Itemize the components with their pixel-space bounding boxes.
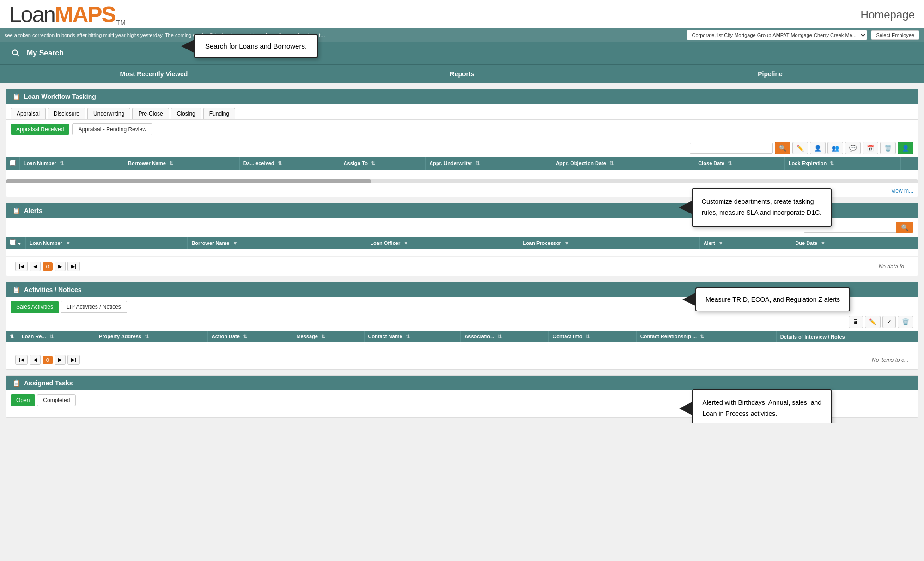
act-edit-button[interactable]: ✏️	[865, 316, 881, 328]
act-col-contact-info: Contact Info ⇅	[549, 331, 637, 342]
workflow-chat-button[interactable]: 💬	[845, 142, 861, 154]
last-page-btn[interactable]: ▶|	[67, 262, 80, 271]
workflow-table-container: Loan Number ⇅ Borrower Name ⇅ Da... ecei…	[6, 157, 918, 185]
alerts-footer: |◀ ◀ 0 ▶ ▶| No data fo...	[6, 257, 918, 276]
current-page[interactable]: 0	[43, 262, 53, 271]
act-check-button[interactable]: ✓	[882, 316, 896, 328]
logo-tm: TM	[116, 19, 125, 26]
svg-point-0	[12, 50, 17, 55]
activities-toolbar: 🖩 ✏️ ✓ 🗑️	[6, 313, 918, 331]
alerts-tooltip-text: Measure TRID, ECOA, and Regulation Z ale…	[705, 296, 840, 303]
top-bar: see a token correction in bonds after hi…	[0, 28, 924, 42]
act-col-contact: Contact Name ⇅	[364, 331, 461, 342]
col-borrower-name: Borrower Name ⇅	[124, 157, 239, 170]
filter-appraisal-received[interactable]: Appraisal Received	[11, 124, 69, 135]
act-col-relationship: Contact Relationship ... ⇅	[636, 331, 776, 342]
act-col-check: ⇅	[6, 331, 18, 342]
alert-select-all[interactable]	[10, 239, 16, 245]
assigned-tab-open[interactable]: Open	[11, 394, 35, 406]
activities-tooltip: Alerted with Birthdays, Annual, sales, a…	[692, 389, 832, 423]
col-date-received: Da... eceived ⇅	[239, 157, 340, 170]
wf-tab-closing[interactable]: Closing	[171, 108, 201, 119]
wf-tab-funding[interactable]: Funding	[203, 108, 235, 119]
workflow-tooltip-line1: Customize departments, create tasking	[702, 196, 821, 207]
activities-title: Activities / Notices	[24, 286, 82, 293]
act-tab-sales[interactable]: Sales Activities	[11, 301, 59, 313]
homepage-label: Homepage	[861, 8, 915, 21]
app-header: Loan MAPS TM Homepage	[0, 0, 924, 28]
company-dropdown[interactable]: Corporate,1st City Mortgage Group,AMPAT …	[687, 30, 867, 40]
alerts-no-data: No data fo...	[874, 260, 913, 274]
act-last-page[interactable]: ▶|	[67, 355, 80, 365]
act-calculator-button[interactable]: 🖩	[849, 316, 863, 328]
col-lock-expiration: Lock Expiration ⇅	[784, 157, 900, 170]
svg-line-1	[17, 54, 19, 56]
workflow-title: Loan Workflow Tasking	[24, 93, 96, 100]
workflow-users-button[interactable]: 👥	[827, 142, 843, 154]
workflow-search-input[interactable]	[690, 143, 773, 154]
workflow-calendar-button[interactable]: 📅	[863, 142, 878, 154]
wf-tab-disclosure[interactable]: Disclosure	[48, 108, 85, 119]
assigned-tasks-header: 📋 Assigned Tasks	[6, 376, 918, 390]
alerts-pagination: |◀ ◀ 0 ▶ ▶|	[11, 259, 85, 274]
workflow-toolbar: 🔍 ✏️ 👤 👥 💬 📅 🗑️ 👤	[6, 139, 918, 157]
act-col-details: Details of Interview / Notes	[776, 331, 918, 342]
workflow-edit-button[interactable]: ✏️	[792, 142, 808, 154]
top-bar-right: Corporate,1st City Mortgage Group,AMPAT …	[687, 30, 919, 40]
act-next-page[interactable]: ▶	[55, 355, 66, 365]
alerts-search-button[interactable]: 🔍	[896, 222, 913, 233]
workflow-tabs: Appraisal Disclosure Underwriting Pre-Cl…	[6, 104, 918, 120]
alert-col-alert: Alert ▼	[699, 237, 791, 249]
search-icon	[9, 47, 22, 60]
select-employee-button[interactable]: Select Employee	[871, 30, 919, 40]
act-current-page[interactable]: 0	[43, 356, 53, 364]
act-col-association: Associatio... ⇅	[461, 331, 549, 342]
search-tooltip-text: Search for Loans and Borrowers.	[205, 42, 307, 50]
alerts-table: ▼ Loan Number ▼ Borrower Name ▼ Loan Off…	[6, 237, 918, 257]
act-col-property: Property Address ⇅	[95, 331, 208, 342]
act-tab-lip[interactable]: LIP Activities / Notices	[61, 301, 127, 313]
activities-table: ⇅ Loan Re... ⇅ Property Address ⇅ Action…	[6, 331, 918, 350]
alert-col-checkbox: ▼	[6, 237, 25, 249]
prev-page-btn[interactable]: ◀	[30, 262, 41, 271]
search-tooltip: Search for Loans and Borrowers.	[194, 34, 318, 58]
alerts-tooltip: Measure TRID, ECOA, and Regulation Z ale…	[695, 287, 850, 311]
table-row	[6, 249, 918, 257]
tab-most-recently-viewed[interactable]: Most Recently Viewed	[0, 65, 308, 83]
wf-tab-appraisal[interactable]: Appraisal	[11, 108, 46, 119]
search-label[interactable]: My Search	[27, 49, 64, 57]
tab-pipeline[interactable]: Pipeline	[616, 65, 924, 83]
workflow-tooltip-line2: rules, measure SLA and incorporate D1C.	[702, 207, 821, 219]
logo-loan: Loan	[9, 4, 55, 26]
wf-tab-underwriting[interactable]: Underwriting	[87, 108, 130, 119]
col-appr-underwriter: Appr. Underwriter ⇅	[426, 157, 552, 170]
act-col-loan-ref: Loan Re... ⇅	[18, 331, 95, 342]
first-page-btn[interactable]: |◀	[15, 262, 28, 271]
workflow-icon: 📋	[12, 93, 20, 100]
assigned-tasks-icon: 📋	[12, 379, 20, 387]
col-assign-to: Assign To ⇅	[340, 157, 426, 170]
workflow-search-button[interactable]: 🔍	[775, 142, 790, 154]
act-first-page[interactable]: |◀	[15, 355, 28, 365]
table-row	[6, 342, 918, 350]
workflow-person-button[interactable]: 👤	[898, 142, 913, 154]
alerts-title: Alerts	[24, 207, 43, 214]
col-appr-objection-date: Appr. Objection Date ⇅	[552, 157, 694, 170]
filter-appraisal-pending[interactable]: Appraisal - Pending Review	[72, 123, 152, 135]
wf-tab-preclose[interactable]: Pre-Close	[132, 108, 169, 119]
act-prev-page[interactable]: ◀	[30, 355, 41, 365]
logo: Loan MAPS TM	[9, 4, 126, 26]
workflow-section: 📋 Loan Workflow Tasking Appraisal Disclo…	[6, 89, 918, 197]
select-all-checkbox[interactable]	[10, 160, 16, 166]
tab-reports[interactable]: Reports	[308, 65, 616, 83]
activities-footer: |◀ ◀ 0 ▶ ▶| No items to c...	[6, 350, 918, 369]
workflow-add-user-button[interactable]: 👤	[810, 142, 826, 154]
next-page-btn[interactable]: ▶	[55, 262, 66, 271]
workflow-table: Loan Number ⇅ Borrower Name ⇅ Da... ecei…	[6, 157, 918, 177]
workflow-trash-button[interactable]: 🗑️	[880, 142, 896, 154]
assigned-tab-completed[interactable]: Completed	[37, 394, 76, 406]
nav-tabs: Most Recently Viewed Reports Pipeline	[0, 64, 924, 83]
col-loan-number: Loan Number ⇅	[20, 157, 124, 170]
act-trash-button[interactable]: 🗑️	[898, 316, 913, 328]
workflow-header: 📋 Loan Workflow Tasking	[6, 89, 918, 104]
